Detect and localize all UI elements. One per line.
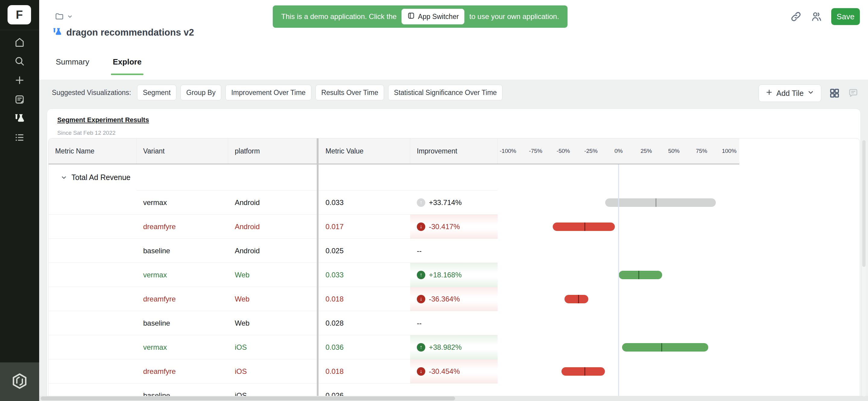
members-icon[interactable] [811,11,822,22]
confidence-interval-bar[interactable] [622,343,708,351]
metric-group-label: Total Ad Revenue [71,173,130,182]
sidebar-item-experiments[interactable] [0,111,39,127]
viz-option-button[interactable]: Segment [137,85,176,100]
confidence-interval-bar[interactable] [619,271,662,279]
point-estimate-tick [584,367,585,376]
table-body: Total Ad RevenuevermaxAndroid0.033↑+33.7… [49,164,860,401]
variant-cell: vermax [136,190,228,215]
point-estimate-tick [578,295,579,303]
app-switcher-button[interactable]: App Switcher [401,9,465,24]
sidebar-item-notes[interactable] [0,92,39,109]
improvement-cell: ↑+18.168% [410,263,498,287]
axis-tick-label: -75% [529,148,542,154]
suggested-visualizations-label: Suggested Visualizations: [52,89,131,97]
chevron-down-icon [61,174,67,181]
app-switcher-label: App Switcher [418,13,459,21]
metric-group-toggle[interactable]: Total Ad Revenue [55,173,130,182]
plus-icon [14,75,25,87]
metric-value-cell: 0.036 [319,335,410,360]
tile-title[interactable]: Segment Experiment Results [57,116,149,124]
confidence-interval-bar[interactable] [605,198,716,207]
banner-text-after: to use your own application. [469,12,559,21]
platform-cell: Web [228,263,317,287]
viz-option-button[interactable]: Improvement Over Time [225,85,311,100]
platform-cell: Web [228,287,317,311]
top-actions: Save [790,0,860,33]
vertical-scrollbar-thumb[interactable] [862,140,866,267]
workspace-logo-letter: F [16,8,23,22]
metric-group-row: Total Ad Revenue [49,164,739,190]
page-title: dragon recommendations v2 [66,27,194,38]
platform-cell: Android [228,239,317,263]
vertical-scrollbar[interactable] [862,140,866,397]
arrow-down-circle-icon: ↓ [417,295,425,303]
table-row[interactable]: vermaxAndroid0.033↑+33.714% [49,190,739,215]
horizontal-scrollbar[interactable] [39,396,868,401]
note-edit-icon [14,94,25,106]
table-row[interactable]: vermaxiOS0.036↑+38.982% [49,335,739,360]
point-estimate-tick [584,222,585,231]
confidence-interval-bar[interactable] [553,222,615,231]
column-header[interactable]: platform [228,138,317,164]
comment-icon[interactable] [848,88,859,99]
arrow-up-circle-icon: ↑ [417,343,425,351]
banner-text-before: This is a demo application. Click the [281,12,397,21]
improvement-value: +38.982% [429,343,462,351]
improvement-cell: ↓-30.417% [410,215,498,239]
metric-name-cell [49,335,136,360]
confidence-interval-bar[interactable] [561,367,604,376]
table-row[interactable]: dreamfyreiOS0.018↓-30.454% [49,360,739,383]
save-button[interactable]: Save [831,8,860,25]
copy-link-icon[interactable] [790,11,802,22]
platform-cell: Android [228,215,317,239]
suggested-visualizations-row: Suggested Visualizations: SegmentGroup B… [52,85,502,100]
column-header[interactable]: Improvement [410,138,498,164]
improvement-cell: -- [410,311,498,335]
metric-name-cell [49,287,136,311]
metric-value-cell: 0.033 [319,263,410,287]
column-header[interactable]: Metric Name [49,138,136,164]
platform-cell: iOS [228,360,317,383]
axis-tick-label: 25% [641,148,652,154]
sidebar-item-search[interactable] [0,53,39,70]
metric-name-cell [49,311,136,335]
tab-summary[interactable]: Summary [56,57,89,75]
sidebar-footer-app-logo[interactable] [0,362,39,401]
sidebar-item-home[interactable] [0,34,39,51]
viz-option-button[interactable]: Group By [181,85,221,100]
metric-name-cell [49,215,136,239]
plus-icon [766,89,773,98]
hexagon-logo-icon [11,372,28,391]
workspace-logo[interactable]: F [7,5,31,24]
horizontal-scrollbar-thumb[interactable] [41,397,455,400]
table-header-row: Metric NameVariantplatformMetric ValueIm… [49,138,739,164]
viz-option-button[interactable]: Statistical Significance Over Time [388,85,502,100]
confidence-interval-bar[interactable] [564,295,588,303]
breadcrumb[interactable] [55,12,73,22]
table-row[interactable]: baselineWeb0.028-- [49,311,739,335]
column-header[interactable]: Variant [136,138,228,164]
table-row[interactable]: baselineAndroid0.025-- [49,239,739,263]
table-row[interactable]: dreamfyreAndroid0.017↓-30.417% [49,215,739,239]
table-row[interactable]: vermaxWeb0.033↑+18.168% [49,263,739,287]
metric-value-cell: 0.025 [319,239,410,263]
tile-subtitle: Since Sat Feb 12 2022 [57,130,116,136]
chevron-down-icon [67,13,73,21]
improvement-value: -30.454% [429,367,460,376]
improvement-value: +33.714% [429,198,462,207]
layout-grid-icon[interactable] [829,88,840,99]
page-title-row: dragon recommendations v2 [53,27,194,38]
axis-tick-label: -25% [584,148,598,154]
variant-cell: vermax [136,335,228,360]
variant-cell: dreamfyre [136,287,228,311]
metric-value-cell: 0.018 [319,287,410,311]
viz-option-button[interactable]: Results Over Time [315,85,384,100]
pinned-column-scrollbar[interactable] [317,138,318,401]
column-header[interactable]: Metric Value [319,138,410,164]
sidebar-item-list[interactable] [0,130,39,147]
list-icon [14,132,25,144]
sidebar-item-create[interactable] [0,72,39,89]
add-tile-button[interactable]: Add Tile [758,85,821,102]
tab-explore[interactable]: Explore [113,57,141,75]
table-row[interactable]: dreamfyreWeb0.018↓-36.364% [49,287,739,311]
